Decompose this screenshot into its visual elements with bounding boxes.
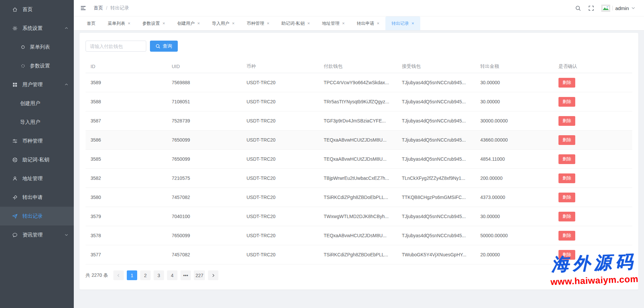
cell-from_wallet: TWxwgWTLMD2DJK8hCByh... [324,214,402,219]
payment-wallet-input[interactable] [86,41,146,52]
sidebar: 首页系统设置菜单列表参数设置用户管理创建用户导入用户币种管理助记词-私钥地址管理… [0,0,74,308]
sidebar-item-label: 菜单列表 [30,44,68,50]
table-row: 35827210575USDT-TRC20TBjpWrwrEu2tUwbacCx… [86,169,632,188]
tab-转出申请[interactable]: 转出申请× [351,16,386,30]
cell-to_wallet: TJjubyas4dQ5snNCCrub945... [402,137,480,143]
delete-button[interactable]: 删除 [558,193,575,202]
gear-icon [12,25,18,31]
cell-to_wallet: TTKQB8CHgzPs6mGMSiFC... [402,195,480,200]
cell-coin: USDT-TRC20 [247,175,324,181]
delete-button[interactable]: 删除 [558,135,575,145]
sidebar-item-coin-management[interactable]: 币种管理 [0,132,74,150]
sidebar-item-create-user[interactable]: 创建用户 [0,94,74,113]
cell-uid: 7457082 [172,252,247,257]
tab-创建用户[interactable]: 创建用户× [171,16,206,30]
chevron-up-icon [64,83,68,87]
dashed-gear-icon [20,63,26,69]
pagination-total: 共 2270 条 [86,272,108,278]
magnifier-icon [156,44,160,49]
cell-from_wallet: TPCC4rVcwY9o664ZwSkdax... [324,80,402,85]
tab-close-icon[interactable]: × [307,21,310,25]
pagination-page-2[interactable]: 2 [140,270,151,280]
pagination-ellipsis[interactable]: ••• [180,270,191,280]
rocket-icon [12,195,18,200]
cell-id: 3582 [91,175,172,181]
tab-助记词-私钥[interactable]: 助记词-私钥× [275,16,316,30]
tab-close-icon[interactable]: × [197,21,200,25]
main-area: 首页 / 转出记录 [74,0,644,308]
records-table: IDUID币种付款钱包接受钱包转出金额是否确认 35897569888USDT-… [86,60,632,264]
sidebar-item-param-settings[interactable]: 参数设置 [0,56,74,75]
cell-uid: 7457082 [172,195,247,200]
sidebar-item-news-management[interactable]: 资讯管理 [0,225,74,244]
cell-amount: 4373.00000 [480,195,558,200]
breadcrumb-home[interactable]: 首页 [94,5,103,11]
tab-close-icon[interactable]: × [232,21,235,25]
pagination-page-1[interactable]: 1 [127,270,137,280]
delete-button[interactable]: 删除 [558,78,575,88]
tab-close-icon[interactable]: × [128,21,130,25]
pagination-next-button[interactable] [208,270,218,280]
tab-close-icon[interactable]: × [163,21,165,25]
cell-actions: 删除 [558,78,632,88]
sliders-icon [12,138,18,144]
cell-from_wallet: TSiRKCdiZPgh8ZBDoEbPLL... [324,195,402,200]
sidebar-item-address-management[interactable]: 地址管理 [0,169,74,188]
sidebar-item-import-user[interactable]: 导入用户 [0,113,74,132]
tab-币种管理[interactable]: 币种管理× [240,16,275,30]
sidebar-item-system-settings[interactable]: 系统设置 [0,19,74,38]
pagination-page-227[interactable]: 227 [194,270,205,280]
hamburger-icon[interactable] [80,5,86,11]
sidebar-item-mnemonic-key[interactable]: 助记词-私钥 [0,150,74,169]
tab-label: 菜单列表 [108,20,125,27]
topbar-actions: admin [575,5,635,12]
user-menu[interactable]: admin [601,5,635,12]
sidebar-item-label: 转出记录 [22,213,68,219]
tab-地址管理[interactable]: 地址管理× [316,16,351,30]
sidebar-item-transfer-records[interactable]: 转出记录 [0,207,74,225]
query-button[interactable]: 查询 [150,41,178,52]
table-row: 35897569888USDT-TRC20TPCC4rVcwY9o664ZwSk… [86,73,632,92]
delete-button[interactable]: 删除 [558,212,575,221]
tab-首页[interactable]: 首页 [81,16,102,30]
grid-icon [12,82,18,88]
tab-菜单列表[interactable]: 菜单列表× [102,16,137,30]
tab-label: 转出记录 [391,20,409,27]
pagination: 共 2270 条 1234•••227 [86,270,632,280]
sidebar-item-user-management[interactable]: 用户管理 [0,75,74,94]
cell-amount: 20.00000 [480,252,558,257]
sidebar-item-label: 用户管理 [22,82,64,88]
delete-button[interactable]: 删除 [558,231,575,241]
search-icon[interactable] [575,5,581,11]
table-row: 35867650099USDT-TRC20TEQxaABvwHCUtZJDsM8… [86,131,632,150]
pagination-page-4[interactable]: 4 [167,270,177,280]
delete-button[interactable]: 删除 [558,173,575,183]
compass-icon [12,157,18,163]
pagination-prev-button[interactable] [113,270,124,280]
tab-close-icon[interactable]: × [267,21,269,25]
delete-button[interactable]: 删除 [558,250,575,260]
tab-close-icon[interactable]: × [412,21,414,25]
tab-参数设置[interactable]: 参数设置× [137,16,171,30]
cell-actions: 删除 [558,212,632,221]
tab-close-icon[interactable]: × [377,21,380,25]
cell-id: 3578 [91,233,172,238]
sidebar-item-menu-list[interactable]: 菜单列表 [0,38,74,56]
cell-coin: USDT-TRC20 [247,195,324,200]
delete-button[interactable]: 删除 [558,116,575,126]
cell-amount: 30.00000 [480,80,558,85]
delete-button[interactable]: 删除 [558,97,575,107]
delete-button[interactable]: 删除 [558,154,575,164]
fullscreen-icon[interactable] [588,5,594,11]
cell-to_wallet: TJjubyas4dQ5snNCCrub945... [402,233,480,238]
sidebar-item-home[interactable]: 首页 [0,0,74,19]
query-button-label: 查询 [163,43,172,49]
sidebar-item-transfer-apply[interactable]: 转出申请 [0,188,74,207]
tab-转出记录[interactable]: 转出记录× [385,16,420,30]
pagination-page-3[interactable]: 3 [154,270,164,280]
tab-导入用户[interactable]: 导入用户× [206,16,241,30]
cell-uid: 7650099 [172,156,247,162]
tab-close-icon[interactable]: × [342,21,345,25]
cell-uid: 7040100 [172,214,247,219]
cell-coin: USDT-TRC20 [247,233,324,238]
